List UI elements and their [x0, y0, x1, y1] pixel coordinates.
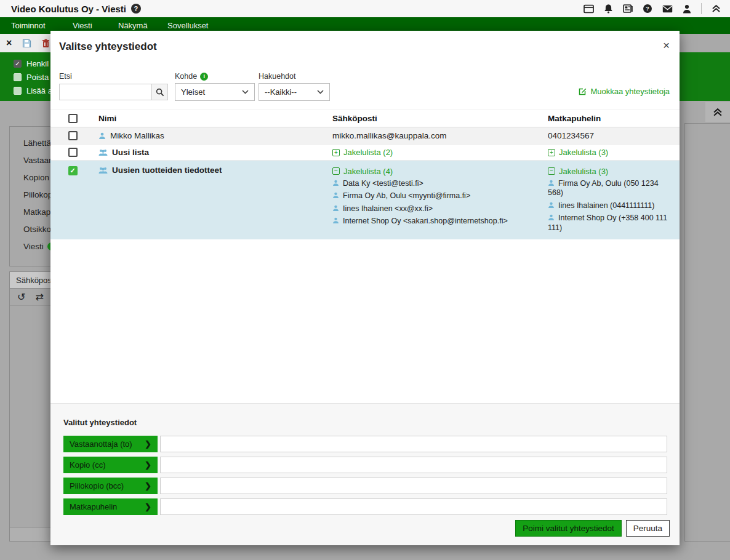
panel-collapse-button[interactable]	[705, 102, 730, 122]
expand-icon[interactable]: +	[548, 149, 555, 156]
col-header-nimi: Nimi	[89, 114, 332, 123]
col-header-sahkoposti: Sähköposti	[332, 114, 548, 123]
col-header-matkapuhelin: Matkapuhelin	[548, 114, 670, 123]
title-status-icon: ?	[131, 4, 141, 14]
close-icon[interactable]: ×	[6, 38, 12, 49]
selected-contacts-section: Valitut yhteystiedot Vastaanottaja (to) …	[50, 403, 680, 545]
row-checkbox[interactable]	[68, 131, 78, 140]
group-icon	[98, 167, 108, 174]
svg-text:?: ?	[646, 5, 649, 12]
checkbox-unchecked[interactable]	[14, 87, 22, 95]
chevron-down-icon	[317, 90, 324, 94]
vastaanottaja-to-button[interactable]: Vastaanottaja (to) ❯	[63, 436, 158, 452]
chevron-right-icon: ❯	[145, 439, 151, 449]
edit-contacts-link[interactable]: Muokkaa yhteystietoja	[579, 87, 670, 96]
redo-icon[interactable]: ⇄	[35, 291, 43, 303]
collapse-icon[interactable]	[710, 3, 721, 14]
select-all-checkbox[interactable]	[68, 114, 78, 123]
piilokopio-bcc-field[interactable]	[160, 478, 667, 494]
search-input[interactable]	[59, 84, 151, 100]
row-checkbox-checked[interactable]: ✓	[68, 166, 78, 175]
list-member: Iines Ihalainen (0441111111)	[548, 201, 670, 211]
window-icon[interactable]	[583, 3, 594, 14]
close-icon[interactable]: ×	[663, 39, 670, 51]
list-member: Firma Oy Ab, Oulu (050 1234 568)	[548, 179, 670, 198]
list-member: Firma Oy Ab, Oulu <myynti@firma.fi>	[332, 191, 548, 201]
jakelulista-link[interactable]: + Jakelulista (2)	[332, 148, 548, 157]
hakuehdot-label: Hakuehdot	[259, 72, 295, 81]
checkbox-unchecked[interactable]	[14, 73, 22, 81]
list-member: Internet Shop Oy (+358 400 111 111)	[548, 214, 670, 233]
person-icon	[332, 217, 339, 224]
field-label-otsikko: Otsikko	[23, 225, 51, 234]
collapse-list-icon[interactable]: −	[332, 167, 340, 175]
row-phone: 0401234567	[548, 131, 670, 140]
person-icon	[548, 202, 555, 209]
person-icon	[548, 180, 555, 186]
chevron-down-icon	[242, 90, 249, 94]
title-bar: Video Koulutus Oy - Viesti ? ?	[0, 0, 730, 17]
table-row[interactable]: Mikko Mallikas mikko.mallikas@kauppala.c…	[50, 127, 680, 144]
kopio-cc-field[interactable]	[160, 457, 667, 473]
menu-toiminnot[interactable]: Toiminnot	[11, 17, 46, 34]
person-icon	[98, 132, 106, 140]
user-icon[interactable]	[681, 3, 692, 14]
chevron-right-icon: ❯	[145, 502, 151, 511]
row-checkbox[interactable]	[68, 148, 78, 157]
piilokopio-bcc-button[interactable]: Piilokopio (bcc) ❯	[63, 478, 158, 494]
mail-icon[interactable]	[662, 3, 673, 14]
kopio-cc-button[interactable]: Kopio (cc) ❯	[63, 457, 158, 473]
save-icon[interactable]	[22, 39, 31, 48]
kohde-label: Kohde i	[175, 72, 208, 81]
trash-icon[interactable]	[42, 39, 50, 48]
field-label-viesti: Viesti	[23, 242, 44, 251]
chevron-right-icon: ❯	[145, 481, 151, 490]
table-row-selected[interactable]: ✓ Uusien tuotteiden tiedotteet − Jakelul…	[50, 161, 680, 239]
contact-picker-dialog: Valitse yhteystiedot × Etsi Kohde i Haku…	[50, 31, 680, 545]
person-icon	[332, 205, 339, 212]
selected-contacts-title: Valitut yhteystiedot	[63, 418, 137, 427]
newsletter-icon[interactable]	[622, 3, 633, 14]
jakelulista-link[interactable]: − Jakelulista (3)	[548, 167, 608, 176]
row-email: mikko.mallikas@kauppala.com	[332, 131, 548, 140]
chevron-right-icon: ❯	[145, 460, 151, 470]
dialog-title: Valitse yhteystiedot	[59, 41, 157, 53]
bell-icon[interactable]	[603, 3, 614, 14]
jakelulista-link[interactable]: + Jakelulista (3)	[548, 148, 670, 157]
person-icon	[332, 192, 339, 199]
undo-icon[interactable]: ↺	[17, 291, 25, 303]
collapse-list-icon[interactable]: −	[548, 167, 555, 175]
vastaanottaja-to-field[interactable]	[160, 436, 667, 452]
edit-icon	[579, 87, 587, 95]
checkbox-checked[interactable]: ✓	[14, 60, 22, 68]
cancel-button[interactable]: Peruuta	[626, 520, 670, 537]
expand-icon[interactable]: +	[332, 149, 340, 156]
hakuehdot-select[interactable]: --Kaikki--	[259, 83, 330, 101]
background-right-panel	[684, 123, 730, 542]
kohde-select[interactable]: Yleiset	[175, 83, 255, 101]
etsi-label: Etsi	[59, 72, 72, 81]
app-title: Video Koulutus Oy - Viesti	[11, 4, 126, 14]
help-icon[interactable]: ?	[642, 3, 653, 14]
matkapuhelin-button[interactable]: Matkapuhelin ❯	[63, 498, 158, 515]
group-icon	[98, 149, 108, 156]
info-icon: i	[200, 73, 208, 81]
background-toolbar: ×	[0, 34, 50, 52]
search-button[interactable]	[151, 84, 168, 100]
table-row[interactable]: Uusi lista + Jakelulista (2) + Jakelulis…	[50, 144, 680, 161]
topbar-divider	[701, 3, 702, 14]
jakelulista-link[interactable]: − Jakelulista (4)	[332, 167, 393, 176]
list-member: Internet Shop Oy <sakari.shop@internetsh…	[332, 217, 548, 226]
matkapuhelin-field[interactable]	[160, 498, 667, 515]
list-member: Data Ky <testi@testi.fi>	[332, 179, 548, 189]
person-icon	[332, 180, 339, 186]
list-member: Iines Ihalainen <xx@xx.fi>	[332, 204, 548, 214]
contacts-table: Nimi Sähköposti Matkapuhelin Mikko Malli…	[50, 110, 680, 239]
person-icon	[548, 214, 555, 221]
pick-selected-contacts-button[interactable]: Poimi valitut yhteystiedot	[515, 520, 622, 537]
table-header-row: Nimi Sähköposti Matkapuhelin	[50, 110, 680, 127]
